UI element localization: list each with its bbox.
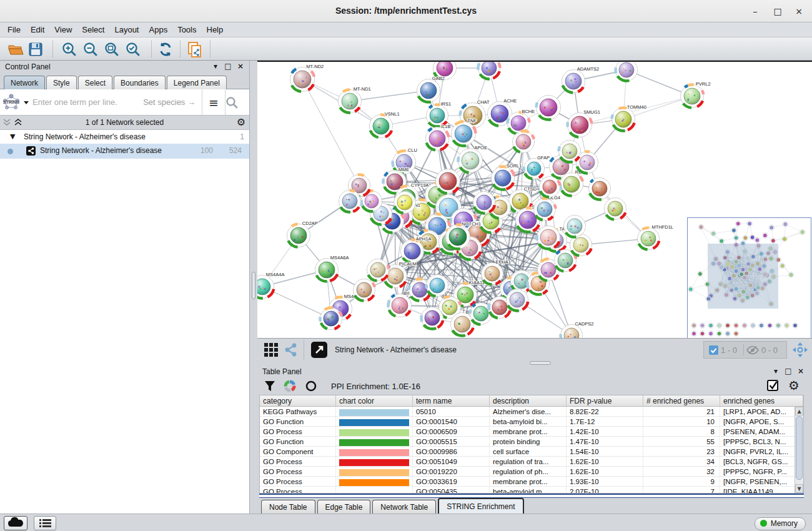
- panel-close-icon[interactable]: ×: [235, 62, 245, 71]
- network-row[interactable]: String Network - Alzheimer's disease 100…: [0, 144, 249, 159]
- select-rows-checkbox-icon[interactable]: [766, 379, 780, 392]
- network-node-gab2[interactable]: GAB2: [417, 76, 445, 102]
- column-header-5[interactable]: # enriched genes: [643, 395, 720, 406]
- table-settings-gear-icon[interactable]: ⚙: [788, 378, 800, 393]
- table-row[interactable]: GO ComponentGO:0009986cell surface1.54E-…: [260, 447, 803, 457]
- panel-float-icon[interactable]: □: [223, 62, 233, 71]
- string-menu-icon[interactable]: ≡: [202, 96, 225, 109]
- menu-layout[interactable]: Layout: [109, 23, 144, 36]
- network-node[interactable]: [320, 308, 342, 330]
- network-node-tomm40[interactable]: TOMM40: [612, 104, 646, 131]
- network-node-pvrl2[interactable]: PVRL2: [681, 81, 711, 108]
- birdseye-viewport-rect[interactable]: [708, 244, 778, 309]
- scroll-up-arrow[interactable]: ▲: [795, 407, 803, 415]
- network-node[interactable]: [473, 192, 495, 214]
- table-row[interactable]: GO ProcessGO:0019220regulation of ph...1…: [260, 467, 803, 477]
- tree-expand-caret[interactable]: ▼: [10, 132, 15, 141]
- scrollbar-thumb[interactable]: [796, 416, 803, 480]
- network-node-gfap[interactable]: GFAP: [524, 155, 550, 179]
- birdseye-view[interactable]: [687, 217, 811, 338]
- network-node-apoe[interactable]: APOE: [458, 145, 488, 173]
- network-node[interactable]: [564, 216, 586, 237]
- share-view-icon[interactable]: [284, 342, 299, 357]
- panel-collapse-icon[interactable]: ▾: [210, 62, 220, 71]
- zoom-in-icon[interactable]: [61, 41, 77, 57]
- horizontal-splitter[interactable]: [257, 360, 812, 365]
- open-session-icon[interactable]: [7, 41, 24, 57]
- table-row[interactable]: GO ProcessGO:0006509membrane prot...1.42…: [260, 427, 803, 437]
- column-header-0[interactable]: category: [260, 395, 336, 406]
- network-node[interactable]: [513, 131, 535, 153]
- string-search-icon[interactable]: [225, 96, 249, 109]
- network-collection-row[interactable]: ▼ String Network - Alzheimer's disease 1: [0, 130, 249, 144]
- table-row[interactable]: GO FunctionGO:0005515protein binding1.47…: [260, 437, 803, 447]
- hidden-eye-icon[interactable]: [746, 345, 759, 355]
- column-header-4[interactable]: FDR p-value: [567, 395, 643, 406]
- column-header-3[interactable]: description: [490, 395, 567, 406]
- network-node-il1b[interactable]: IL1B: [426, 124, 451, 151]
- string-logo-icon[interactable]: STRING: [0, 92, 29, 113]
- navigate-compass-icon[interactable]: [792, 342, 808, 358]
- table-row[interactable]: GO ProcessGO:0050435beta-amyloid m...2.0…: [260, 487, 803, 494]
- table-row[interactable]: GO FunctionGO:0001540beta-amyloid bi...1…: [260, 417, 803, 427]
- network-node-mthfd1l[interactable]: MTHFD1L: [638, 224, 673, 250]
- zoom-out-icon[interactable]: [82, 41, 99, 57]
- cloud-button[interactable]: [4, 516, 27, 530]
- network-node-dlg4[interactable]: DLG4: [534, 195, 560, 221]
- network-node[interactable]: [394, 192, 416, 214]
- table-row[interactable]: GO ProcessGO:0051049regulation of tra...…: [260, 457, 803, 467]
- panel-float-icon[interactable]: □: [783, 367, 793, 375]
- tab-network-table[interactable]: Network Table: [372, 500, 436, 514]
- menu-apps[interactable]: Apps: [144, 23, 173, 36]
- column-header-1[interactable]: chart color: [336, 395, 413, 406]
- tab-select[interactable]: Select: [78, 76, 112, 89]
- open-in-window-icon[interactable]: [311, 342, 327, 358]
- network-node[interactable]: [354, 279, 375, 301]
- network-node[interactable]: [478, 62, 500, 79]
- splitter-handle[interactable]: [252, 272, 255, 299]
- filter-icon[interactable]: [264, 380, 276, 392]
- species-hint[interactable]: Set species →: [143, 97, 202, 107]
- tab-string-enrichment[interactable]: STRING Enrichment: [438, 498, 523, 514]
- tab-boundaries[interactable]: Boundaries: [114, 76, 166, 89]
- memory-button[interactable]: Memory: [755, 517, 806, 530]
- maximize-button[interactable]: □: [770, 5, 786, 17]
- menu-file[interactable]: File: [2, 23, 26, 36]
- network-node[interactable]: [339, 190, 361, 212]
- network-node[interactable]: [559, 141, 581, 162]
- menu-tools[interactable]: Tools: [172, 23, 201, 36]
- tab-node-table[interactable]: Node Table: [261, 500, 315, 514]
- panel-collapse-icon[interactable]: ▾: [771, 367, 781, 375]
- network-node[interactable]: [436, 169, 460, 194]
- menu-edit[interactable]: Edit: [26, 23, 49, 36]
- tab-style[interactable]: Style: [46, 76, 77, 89]
- close-button[interactable]: ×: [791, 5, 807, 17]
- column-header-6[interactable]: enriched genes: [720, 395, 803, 406]
- minimize-button[interactable]: –: [747, 5, 763, 17]
- zoom-fit-icon[interactable]: [104, 41, 120, 57]
- network-node-cadps2[interactable]: CADPS2: [561, 321, 594, 338]
- grid-view-icon[interactable]: [264, 342, 279, 357]
- task-list-button[interactable]: [34, 516, 56, 530]
- column-header-2[interactable]: term name: [413, 395, 490, 406]
- table-horizontal-scrollbar[interactable]: [259, 494, 804, 498]
- network-node-cd2ap[interactable]: CD2AP: [287, 221, 318, 247]
- network-node[interactable]: [537, 226, 560, 249]
- clone-network-icon[interactable]: [186, 41, 202, 57]
- network-node[interactable]: [589, 178, 611, 200]
- network-options-gear-icon[interactable]: ⚙: [237, 116, 245, 128]
- menu-help[interactable]: Help: [202, 23, 229, 36]
- network-node[interactable]: [507, 289, 528, 311]
- network-node-ms4a4a[interactable]: MS4A4A: [257, 272, 284, 299]
- refresh-icon[interactable]: [157, 41, 174, 57]
- zoom-selected-icon[interactable]: [125, 41, 141, 57]
- network-node-ms4a6a[interactable]: MS4A6A: [315, 255, 349, 282]
- panel-close-icon[interactable]: ×: [796, 367, 806, 375]
- tab-edge-table[interactable]: Edge Table: [317, 500, 371, 514]
- vertical-splitter[interactable]: [250, 61, 257, 514]
- network-node-adamts2[interactable]: ADAMTS2: [562, 66, 600, 93]
- tab-legend-panel[interactable]: Legend Panel: [167, 76, 227, 89]
- table-row[interactable]: GO ProcessGO:0033619membrane prot...1.93…: [260, 477, 803, 487]
- network-node[interactable]: [426, 275, 448, 297]
- network-node-mt-nd2[interactable]: MT-ND2: [290, 64, 324, 92]
